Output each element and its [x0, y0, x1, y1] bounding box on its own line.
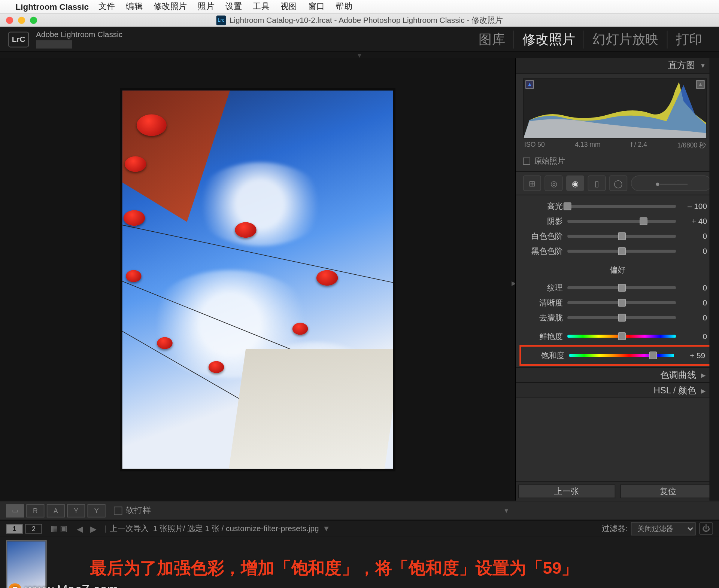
filmstrip[interactable]: 最后为了加强色彩，增加「饱和度」，将「饱和度」设置为「59」 Zwww.MacZ… — [0, 537, 719, 588]
tone-slider-0[interactable]: 高光– 100 — [522, 199, 707, 214]
menu-file[interactable]: 文件 — [98, 1, 115, 12]
histogram-aperture: f / 2.4 — [631, 141, 647, 150]
menu-develop[interactable]: 修改照片 — [154, 1, 187, 12]
tutorial-annotation: 最后为了加强色彩，增加「饱和度」，将「饱和度」设置为「59」 — [90, 557, 578, 580]
filmstrip-header: 1 2 ▦ ▣ ◀ ▶ | 上一次导入 1 张照片/ 选定 1 张 / cust… — [0, 520, 719, 537]
reset-button[interactable]: 复位 — [620, 484, 716, 498]
loupe-view-icon[interactable]: ▭ — [6, 504, 24, 517]
histogram-graph[interactable]: ▲ ▲ — [523, 79, 707, 138]
module-slideshow[interactable]: 幻灯片放映 — [583, 30, 667, 48]
presence-slider-2[interactable]: 去朦胧0 — [522, 310, 707, 325]
filter-switch-icon[interactable]: ⏻ — [699, 522, 713, 535]
before-after-yy-icon[interactable]: Y — [67, 504, 85, 517]
presence-section-label: 偏好 — [516, 262, 719, 277]
module-develop[interactable]: 修改照片 — [513, 30, 583, 48]
menu-tools[interactable]: 工具 — [253, 1, 270, 12]
filter-label: 过滤器: — [602, 523, 627, 534]
tone-slider-1[interactable]: 阴影+ 40 — [522, 214, 707, 229]
develop-tools: ⊞ ◎ ◉ ▯ ◯ ●───── — [516, 172, 719, 195]
develop-toolbar: ▭ R A Y Y 软打样 ▼ — [0, 501, 515, 520]
presence-slider-0[interactable]: 纹理0 — [522, 280, 707, 295]
menu-settings[interactable]: 设置 — [225, 1, 242, 12]
hsl-header[interactable]: HSL / 颜色▶ — [516, 383, 719, 398]
identity-plate: LrC Adobe Lightroom Classic 图库 修改照片 幻灯片放… — [0, 27, 719, 52]
before-after-a-icon[interactable]: A — [47, 504, 65, 517]
soft-proof-checkbox[interactable] — [114, 506, 122, 515]
toolbar-menu-icon[interactable]: ▼ — [503, 507, 509, 514]
prev-import-label[interactable]: 上一次导入 — [110, 523, 149, 534]
collapse-top-icon[interactable]: ▼ — [0, 52, 719, 58]
grid-view-icon[interactable]: ▦ ▣ — [51, 524, 67, 533]
filename-label: customize-filter-presets.jpg — [226, 524, 319, 533]
window-title: Lightroom Catalog-v10-2.lrcat - Adobe Ph… — [230, 15, 503, 24]
tone-slider-2[interactable]: 白色色阶0 — [522, 229, 707, 244]
module-picker: 图库 修改照片 幻灯片放映 打印 — [470, 30, 711, 48]
macos-menubar: Lightroom Classic 文件 编辑 修改照片 照片 设置 工具 视图… — [0, 0, 719, 14]
window-titlebar: LrcLightroom Catalog-v10-2.lrcat - Adobe… — [0, 14, 719, 27]
filter-select[interactable]: 关闭过滤器 — [631, 522, 696, 535]
menu-help[interactable]: 帮助 — [336, 1, 352, 12]
screen-1-button[interactable]: 1 — [6, 524, 23, 533]
original-photo-checkbox[interactable] — [523, 158, 530, 165]
grad-tool-icon[interactable]: ▯ — [588, 176, 606, 191]
menu-view[interactable]: 视图 — [280, 1, 297, 12]
histogram-header[interactable]: 直方图▼ — [516, 58, 719, 74]
previous-button[interactable]: 上一张 — [518, 484, 615, 498]
module-library[interactable]: 图库 — [470, 30, 513, 48]
vibrance-slider[interactable]: 鲜艳度 0 — [522, 329, 707, 344]
soft-proof-label: 软打样 — [126, 505, 151, 516]
photo-count-label: 1 张照片/ 选定 1 张 / — [153, 523, 224, 534]
nav-fwd-icon[interactable]: ▶ — [90, 524, 97, 533]
crop-tool-icon[interactable]: ⊞ — [523, 176, 541, 191]
menu-edit[interactable]: 编辑 — [126, 1, 143, 12]
screen-2-button[interactable]: 2 — [25, 524, 42, 533]
develop-canvas[interactable] — [0, 58, 515, 500]
before-after-ra-icon[interactable]: R — [26, 504, 44, 517]
presence-slider-1[interactable]: 清晰度0 — [522, 295, 707, 310]
module-print[interactable]: 打印 — [667, 30, 711, 48]
develop-right-panel: 直方图▼ ▲ ▲ ISO 50 4.13 mm f / 2.4 1/6800 秒 — [515, 58, 719, 500]
histogram-shutter: 1/6800 秒 — [677, 141, 706, 150]
filmstrip-thumbnail[interactable] — [6, 540, 47, 588]
menu-photo[interactable]: 照片 — [198, 1, 215, 12]
app-name[interactable]: Lightroom Classic — [16, 2, 89, 12]
histogram-iso: ISO 50 — [524, 141, 545, 150]
tone-curve-header[interactable]: 色调曲线▶ — [516, 367, 719, 383]
nav-back-icon[interactable]: ◀ — [77, 524, 84, 533]
original-photo-label: 原始照片 — [534, 156, 565, 167]
photo-preview — [120, 88, 395, 471]
spot-tool-icon[interactable]: ◎ — [544, 176, 562, 191]
histogram-focal: 4.13 mm — [575, 141, 600, 150]
app-logo-icon: LrC — [8, 31, 28, 47]
menu-window[interactable]: 窗口 — [308, 1, 325, 12]
radial-tool-icon[interactable]: ◯ — [609, 176, 627, 191]
tone-slider-3[interactable]: 黑色色阶0 — [522, 244, 707, 259]
watermark: Zwww.MacZ.com — [8, 582, 118, 588]
brush-tool-icon[interactable]: ●───── — [631, 176, 712, 191]
redeye-tool-icon[interactable]: ◉ — [566, 176, 584, 191]
before-after-y-icon[interactable]: Y — [88, 504, 106, 517]
panel-scrollbar[interactable] — [709, 58, 719, 500]
brand-label: Adobe Lightroom Classic — [36, 30, 122, 39]
saturation-slider[interactable]: 饱和度 + 59 — [524, 348, 705, 363]
